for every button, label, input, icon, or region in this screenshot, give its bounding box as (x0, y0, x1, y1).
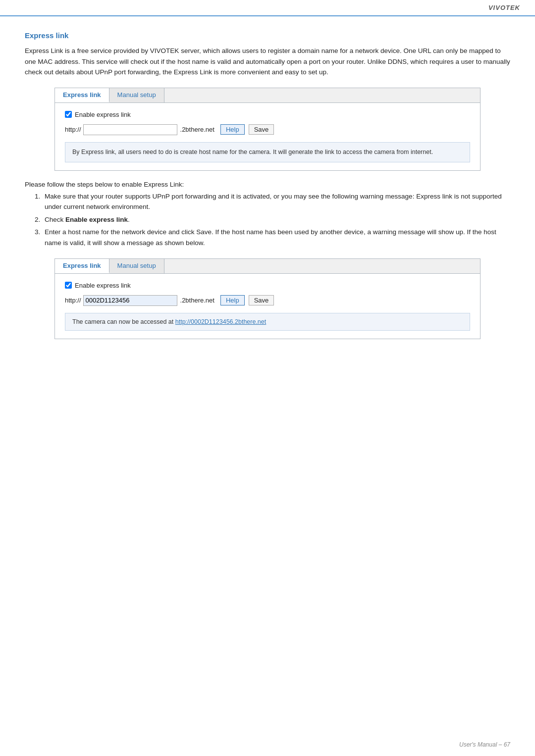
panel-box-2: Express link Manual setup Enable express… (54, 258, 481, 340)
step-1: 1. Make sure that your router supports U… (35, 191, 510, 212)
url-row-1: http:// .2bthere.net Help Save (65, 124, 470, 135)
panel-box-1: Express link Manual setup Enable express… (54, 88, 481, 171)
page-wrapper: VIVOTEK Express link Express Link is a f… (0, 0, 535, 756)
url-prefix-1: http:// (65, 126, 81, 133)
step-num-2: 2. (35, 214, 43, 225)
steps-intro: Please follow the steps below to enable … (25, 181, 510, 188)
enable-checkbox-row-2: Enable express link (65, 282, 470, 289)
enable-express-link-checkbox-2[interactable] (65, 282, 72, 289)
tab-manual-setup-1[interactable]: Manual setup (109, 88, 164, 102)
panel-body-2: Enable express link http:// .2bthere.net… (55, 274, 480, 339)
url-prefix-2: http:// (65, 297, 81, 304)
tab-express-link-1[interactable]: Express link (55, 88, 109, 102)
section-title: Express link (25, 31, 510, 40)
save-button-1[interactable]: Save (249, 124, 274, 135)
steps-list: 1. Make sure that your router supports U… (35, 191, 510, 249)
step2-suffix: . (128, 216, 130, 223)
steps-section: Please follow the steps below to enable … (25, 181, 510, 249)
footer: User's Manual – 67 (459, 741, 510, 748)
url-input-2[interactable] (83, 295, 177, 306)
top-bar: VIVOTEK (0, 0, 535, 16)
help-button-2[interactable]: Help (220, 295, 245, 305)
enable-checkbox-row-1: Enable express link (65, 111, 470, 118)
success-link[interactable]: http://0002D1123456.2bthere.net (175, 318, 266, 325)
enable-express-link-label-1: Enable express link (75, 111, 131, 118)
step-num-3: 3. (35, 227, 43, 248)
save-button-2[interactable]: Save (249, 295, 274, 305)
success-prefix: The camera can now be accessed at (72, 318, 175, 325)
url-suffix-1: .2bthere.net (180, 126, 214, 133)
description-text: Express Link is a free service provided … (25, 46, 510, 78)
panel-tabs-2: Express link Manual setup (55, 259, 480, 274)
tab-express-link-2[interactable]: Express link (55, 259, 109, 273)
step-text-2: Check Enable express link. (45, 214, 510, 225)
success-info-box: The camera can now be accessed at http:/… (65, 313, 470, 331)
enable-express-link-label-2: Enable express link (75, 282, 131, 289)
panel-body-1: Enable express link http:// .2bthere.net… (55, 103, 480, 170)
step-text-3: Enter a host name for the network device… (45, 227, 510, 248)
tab-manual-setup-2[interactable]: Manual setup (109, 259, 164, 273)
step-text-1: Make sure that your router supports UPnP… (45, 191, 510, 212)
url-suffix-2: .2bthere.net (180, 297, 214, 304)
step-num-1: 1. (35, 191, 43, 212)
enable-express-link-checkbox-1[interactable] (65, 111, 72, 118)
info-box-1: By Express link, all users need to do is… (65, 142, 470, 162)
step2-prefix: Check (45, 216, 65, 223)
panel-tabs-1: Express link Manual setup (55, 88, 480, 103)
step-2: 2. Check Enable express link. (35, 214, 510, 225)
help-button-1[interactable]: Help (220, 124, 245, 135)
info-text-1: By Express link, all users need to do is… (72, 149, 433, 155)
step-3: 3. Enter a host name for the network dev… (35, 227, 510, 248)
brand-name: VIVOTEK (488, 4, 520, 11)
url-input-1[interactable] (83, 124, 177, 135)
step2-bold: Enable express link (65, 216, 128, 223)
url-row-2: http:// .2bthere.net Help Save (65, 295, 470, 306)
content-area: Express link Express Link is a free serv… (0, 16, 535, 374)
